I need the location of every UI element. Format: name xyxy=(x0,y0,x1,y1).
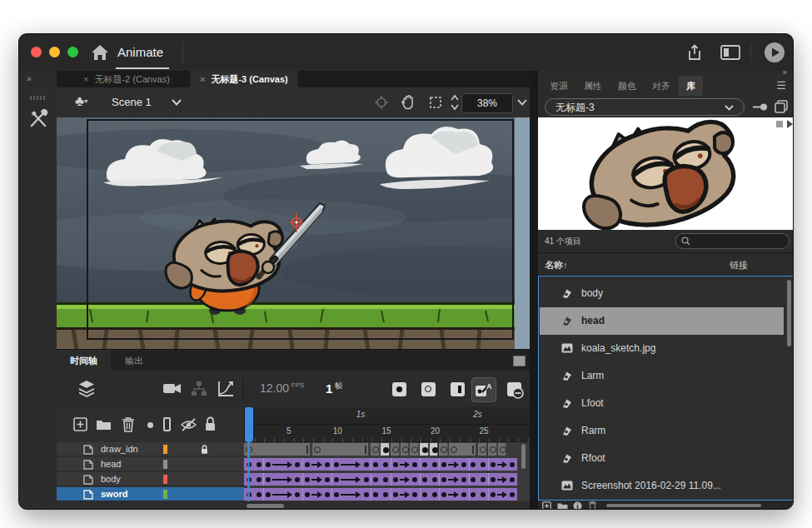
span-end-marker[interactable] xyxy=(472,446,474,454)
tween-arrow-icon[interactable] xyxy=(311,494,317,496)
timeline-panel-menu-icon[interactable] xyxy=(513,356,526,366)
tween-arrow-icon[interactable] xyxy=(272,464,288,466)
frames-horizontal-scrollbar[interactable] xyxy=(247,504,284,508)
tab-assets[interactable]: 资源 xyxy=(542,76,575,96)
list-item-rarm[interactable]: Rarm xyxy=(540,417,784,445)
frame-cell[interactable] xyxy=(488,443,497,456)
zoom-level-input[interactable]: 38% xyxy=(461,93,513,113)
insert-keyframe-button[interactable] xyxy=(392,382,406,396)
keyframe-dot-icon[interactable] xyxy=(422,462,427,467)
keyframe-dot-icon[interactable] xyxy=(364,462,369,467)
tween-arrow-icon[interactable] xyxy=(448,464,454,466)
keyframe-dot-icon[interactable] xyxy=(257,477,262,482)
hollow-keyframe-icon[interactable] xyxy=(372,446,379,453)
span-separator[interactable] xyxy=(420,458,421,471)
close-traffic-light[interactable] xyxy=(31,47,42,57)
playhead-marker[interactable] xyxy=(245,407,253,442)
new-library-panel-icon[interactable] xyxy=(775,100,788,113)
keyframe-dot-icon[interactable] xyxy=(461,477,466,482)
panel-toggle-icon[interactable] xyxy=(720,45,740,60)
new-symbol-icon[interactable] xyxy=(542,501,551,510)
new-folder-icon[interactable] xyxy=(557,502,568,510)
lock-layers-icon[interactable] xyxy=(204,416,217,432)
list-item-head[interactable]: head xyxy=(540,307,784,335)
keyframe-dot-icon[interactable] xyxy=(461,492,466,497)
frame-cell[interactable] xyxy=(420,443,429,456)
edit-symbols-club-icon[interactable]: ♣▾ xyxy=(75,93,87,110)
pin-library-icon[interactable] xyxy=(753,102,768,112)
keyframe-dot-icon[interactable] xyxy=(364,492,369,497)
library-search-input[interactable] xyxy=(675,233,790,249)
tween-arrow-icon[interactable] xyxy=(272,494,288,496)
document-tab-untitled-3[interactable]: ×无标题-3 (Canvas) xyxy=(190,71,298,87)
span-separator[interactable] xyxy=(420,473,421,486)
span-separator[interactable] xyxy=(488,488,489,501)
hollow-keyframe-icon[interactable] xyxy=(451,446,457,453)
test-movie-play-icon[interactable] xyxy=(764,42,785,63)
list-item-rfoot[interactable]: Rfoot xyxy=(540,445,784,472)
span-separator[interactable] xyxy=(331,488,332,501)
span-end-marker[interactable] xyxy=(365,446,366,454)
span-separator[interactable] xyxy=(302,488,303,501)
tween-arrow-icon[interactable] xyxy=(400,479,406,481)
frame-cell[interactable] xyxy=(498,443,507,456)
span-separator[interactable] xyxy=(469,458,470,471)
frames-vertical-scrollbar[interactable] xyxy=(521,444,526,469)
span-separator[interactable] xyxy=(371,458,371,471)
column-linkage[interactable]: 链接 xyxy=(730,259,748,271)
item-properties-info-icon[interactable] xyxy=(573,501,582,510)
keyframe-dot-icon[interactable] xyxy=(383,477,388,482)
frame-cell[interactable] xyxy=(401,443,410,456)
stage-canvas[interactable] xyxy=(57,117,530,349)
layer-row-sword[interactable]: sword xyxy=(57,487,530,501)
timeline-ruler[interactable]: 1s2s 510152025 xyxy=(244,407,530,442)
keyframe-dot-icon[interactable] xyxy=(257,462,262,467)
keyframe-dot-icon[interactable] xyxy=(393,477,398,482)
list-item-larm[interactable]: Larm xyxy=(540,362,784,390)
library-item-list[interactable]: body head koala_sketch.jpg Larm Lfoot Ra… xyxy=(538,276,794,501)
frame-span[interactable] xyxy=(312,443,370,456)
insert-blank-keyframe-button[interactable] xyxy=(421,382,436,396)
minimize-traffic-light[interactable] xyxy=(49,47,60,57)
span-separator[interactable] xyxy=(371,488,371,501)
hide-layers-eye-slash-icon[interactable] xyxy=(180,418,197,431)
hollow-keyframe-icon[interactable] xyxy=(392,446,399,453)
keyframe-dot-icon[interactable] xyxy=(364,477,369,482)
span-separator[interactable] xyxy=(391,473,391,486)
layer-cell[interactable]: head xyxy=(57,457,244,471)
zoom-chevron-down-icon[interactable] xyxy=(517,99,527,106)
tween-arrow-icon[interactable] xyxy=(448,479,454,481)
tween-arrow-icon[interactable] xyxy=(272,479,288,481)
frame-cell[interactable] xyxy=(371,443,380,456)
frame-cell[interactable] xyxy=(430,443,439,456)
keyframe-dot-icon[interactable] xyxy=(491,492,496,497)
span-separator[interactable] xyxy=(439,458,440,471)
keyframe-dot-icon[interactable] xyxy=(432,447,438,453)
hollow-keyframe-icon[interactable] xyxy=(490,446,496,453)
library-horizontal-scrollbar[interactable] xyxy=(606,504,761,507)
span-separator[interactable] xyxy=(302,458,303,471)
tween-arrow-icon[interactable] xyxy=(448,494,454,496)
span-separator[interactable] xyxy=(331,458,332,471)
keyframe-dot-icon[interactable] xyxy=(383,462,388,467)
center-stage-crosshair-icon[interactable] xyxy=(374,95,389,110)
preview-scroll-box-icon[interactable] xyxy=(776,121,783,127)
frame-rate-display[interactable]: 12.00 FPS xyxy=(260,381,304,395)
tween-arrow-icon[interactable] xyxy=(341,464,356,466)
tools-collapse-icon[interactable]: » xyxy=(27,74,32,83)
list-item-koala-sketch[interactable]: koala_sketch.jpg xyxy=(540,335,784,362)
keyframe-dot-icon[interactable] xyxy=(383,492,388,497)
span-separator[interactable] xyxy=(391,488,391,501)
tween-arrow-icon[interactable] xyxy=(400,464,406,466)
keyframe-dot-icon[interactable] xyxy=(491,462,496,467)
span-separator[interactable] xyxy=(263,473,264,486)
camera-icon[interactable] xyxy=(163,382,182,395)
close-tab-icon[interactable]: × xyxy=(83,74,88,84)
remove-frames-button[interactable] xyxy=(507,382,521,396)
parenting-hierarchy-icon[interactable] xyxy=(191,381,207,397)
frame-cell[interactable] xyxy=(478,443,487,456)
hollow-keyframe-icon[interactable] xyxy=(314,446,321,453)
keyframe-dot-icon[interactable] xyxy=(325,492,330,497)
keyframe-dot-icon[interactable] xyxy=(491,477,496,482)
layer-row-draw-idn[interactable]: draw_idn xyxy=(57,442,530,456)
